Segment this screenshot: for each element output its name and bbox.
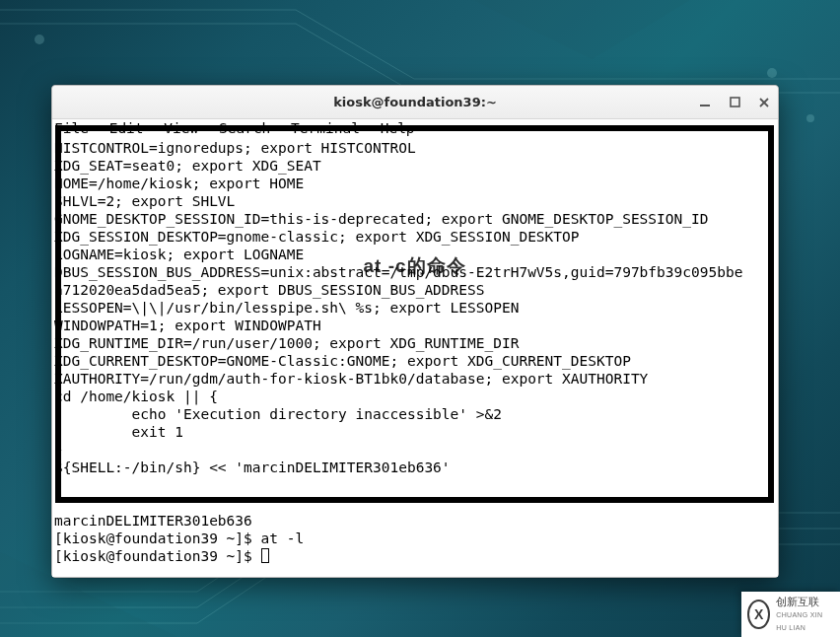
minimize-button[interactable] bbox=[697, 95, 713, 110]
titlebar[interactable]: kiosk@foundation39:~ bbox=[52, 86, 778, 119]
menu-help[interactable]: Help bbox=[381, 119, 415, 137]
svg-point-0 bbox=[767, 68, 777, 78]
svg-point-1 bbox=[806, 114, 814, 122]
menu-terminal[interactable]: Terminal bbox=[291, 119, 360, 137]
maximize-button[interactable] bbox=[727, 95, 742, 110]
brand-name-en: CHUANG XIN HU LIAN bbox=[776, 608, 834, 634]
menu-search[interactable]: Search bbox=[219, 119, 270, 137]
brand-badge: X 创新互联 CHUANG XIN HU LIAN bbox=[741, 592, 840, 637]
terminal-output[interactable]: HISTCONTROL=ignoredups; export HISTCONTR… bbox=[52, 137, 778, 567]
svg-point-2 bbox=[35, 35, 44, 44]
window-title: kiosk@foundation39:~ bbox=[52, 95, 778, 109]
menubar: File Edit View Search Terminal Help bbox=[52, 119, 778, 137]
svg-rect-6 bbox=[731, 98, 739, 106]
window-controls bbox=[697, 95, 772, 110]
brand-name-cn: 创新互联 bbox=[776, 596, 834, 608]
svg-marker-3 bbox=[473, 0, 690, 59]
brand-logo-icon: X bbox=[747, 600, 770, 629]
menu-view[interactable]: View bbox=[164, 119, 198, 137]
terminal-window: kiosk@foundation39:~ File Edit View Sear… bbox=[51, 85, 779, 578]
close-button[interactable] bbox=[756, 95, 772, 110]
menu-file[interactable]: File bbox=[54, 119, 89, 137]
terminal-cursor bbox=[261, 548, 269, 563]
menu-edit[interactable]: Edit bbox=[109, 119, 144, 137]
terminal-viewport[interactable]: File Edit View Search Terminal Help HIST… bbox=[52, 119, 778, 577]
desktop-background: kiosk@foundation39:~ File Edit View Sear… bbox=[0, 0, 840, 637]
